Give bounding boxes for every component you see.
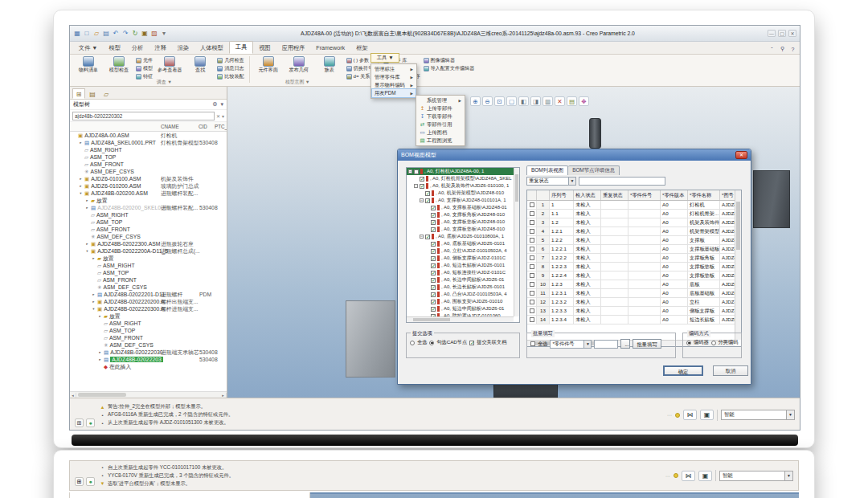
bom-table-row[interactable]: 21.1未检入A0灯检机骨架...AJDZ4 xyxy=(527,210,735,218)
tree-settings-icon[interactable]: ⚙ xyxy=(212,101,217,108)
tree-node[interactable]: ▱ASM_RIGHT xyxy=(70,320,227,327)
spin-center-icon[interactable]: ✥ xyxy=(579,96,589,106)
bom-tree-node[interactable]: , A0, 支撑板角板\AJDZ48-010 xyxy=(407,211,514,218)
bom-tree-node[interactable]: , A0, 支撑板垫板\AJDZ48-010 xyxy=(407,218,514,226)
ribbon-button-参考查看器[interactable]: 参考查看器 xyxy=(156,56,183,73)
tree-node[interactable]: ▸▣AJDZ6-010200.ASM玻璃防护门总成 xyxy=(70,182,227,190)
ribbon-button-特征[interactable]: 特征 xyxy=(136,73,153,80)
bom-tree-v-scrollbar[interactable] xyxy=(514,168,519,316)
layer-tree-tab-icon[interactable]: ▤ xyxy=(86,88,99,99)
bom-tree-node[interactable]: , A0, 支撑板垫板\AJDZ48-010 xyxy=(407,226,514,233)
save-icon[interactable]: ▤ xyxy=(102,30,110,38)
bom-node-checkbox[interactable] xyxy=(431,242,436,247)
tree-node[interactable]: ✳ASM_DEF_CSYS xyxy=(70,341,227,349)
bom-table-row[interactable]: 61.2.2.1未检入A0支撑板基础板AJDZ4 xyxy=(527,245,735,254)
tab-0[interactable]: 文件 ▼ xyxy=(73,43,104,54)
tab-9[interactable]: Framework xyxy=(310,43,350,54)
ribbon-button-( ) 参数[interactable]: ( ) 参数 xyxy=(346,57,373,64)
tree-node[interactable]: ▱ASM_RIGHT xyxy=(70,262,227,269)
table-v-scrollbar[interactable] xyxy=(735,190,741,340)
row-checkbox[interactable] xyxy=(530,291,534,296)
bom-node-checkbox[interactable] xyxy=(431,263,436,268)
bom-table-row[interactable]: 51.2.2未检入A0支撑板AJDZ4 xyxy=(527,236,735,245)
cancel-button[interactable]: 取消 xyxy=(713,365,748,376)
tree-node[interactable]: ▱ASM_FRONT xyxy=(70,276,227,284)
duplicate-status-dropdown[interactable]: 重复状态 ▼ xyxy=(526,177,576,186)
scroll-right-icon[interactable]: ▸ xyxy=(220,393,227,398)
undo-icon[interactable]: ↶ xyxy=(112,30,120,38)
model-tree-toggle-icon[interactable]: ⊞ xyxy=(75,477,84,486)
bom-table-row[interactable]: 11未检入A0灯检机AJDZ4 xyxy=(527,201,735,210)
row-checkbox[interactable] xyxy=(530,273,534,278)
minimize-icon[interactable]: — xyxy=(768,30,776,37)
bom-tree-node[interactable]: , A0, 短边中间贴板\AJDZ6-01 xyxy=(407,305,514,312)
selection-filter-dropdown[interactable]: 智能 ▼ xyxy=(719,471,793,481)
select-box-button[interactable]: ▣ xyxy=(700,410,714,420)
ribbon-button-元件[interactable]: 元件 xyxy=(136,57,153,64)
select-working-directory-icon[interactable]: ▦ xyxy=(73,30,81,38)
row-checkbox[interactable] xyxy=(530,229,534,234)
bom-node-checkbox[interactable] xyxy=(425,235,430,239)
radio-select-all[interactable] xyxy=(410,341,415,345)
menu-item-用友PDM[interactable]: 用友PDM▶ xyxy=(372,89,416,97)
collapse-icon[interactable]: − xyxy=(408,169,412,173)
bom-node-checkbox[interactable] xyxy=(431,206,436,210)
row-checkbox[interactable] xyxy=(530,211,534,216)
help-icon[interactable]: ? xyxy=(789,47,796,52)
annotation-display-icon[interactable]: ▤ xyxy=(567,96,577,106)
new-icon[interactable]: □ xyxy=(83,30,91,38)
tree-node[interactable]: ▸▤AJDZ48B-02022203530408 xyxy=(70,356,227,363)
minimize-ribbon-icon[interactable]: ˆ xyxy=(768,47,776,52)
window-icon[interactable]: ▣ xyxy=(141,30,149,38)
view-manager-icon[interactable]: ▥ xyxy=(542,96,553,106)
model-tree-tab-icon[interactable]: ⊞ xyxy=(72,88,85,99)
search-options-icon[interactable]: ▾ xyxy=(222,113,224,119)
saved-orientations-icon[interactable]: ◨ xyxy=(530,96,541,106)
tree-h-scrollbar[interactable]: ◂ ▸ xyxy=(70,391,227,398)
batch-value-input[interactable] xyxy=(594,340,618,349)
bom-node-checkbox[interactable] xyxy=(431,220,436,225)
column-header[interactable]: 重复状态 xyxy=(601,190,628,200)
tree-node[interactable]: ▣AJDZ48A-00.ASM灯检机 xyxy=(70,132,227,139)
submenu-item-零部件引用[interactable]: ⇄零部件引用 xyxy=(417,120,464,129)
tree-search-input[interactable] xyxy=(72,112,215,120)
bom-tree-node[interactable]: −, A0, 机架及装饰件\AJDZ6-010100, 1 xyxy=(407,182,514,190)
ribbon-button-切换符号[interactable]: 切换符号 xyxy=(346,65,373,72)
radio-classified-coding[interactable] xyxy=(711,341,716,345)
ribbon-button-元件界面[interactable]: 元件界面 xyxy=(255,56,282,73)
tab-bom-list-view[interactable]: BOM列表视图 xyxy=(526,165,568,175)
collapse-icon[interactable]: − xyxy=(420,198,424,202)
expander-icon[interactable]: ▸ xyxy=(79,177,83,181)
row-checkbox[interactable] xyxy=(530,317,534,322)
row-checkbox[interactable] xyxy=(530,255,534,260)
group-label[interactable]: 调查 ▼ xyxy=(157,79,172,86)
submenu-item-上传零部件[interactable]: ↥上传零部件 xyxy=(417,104,464,112)
row-checkbox[interactable] xyxy=(530,247,534,251)
bom-tree-node[interactable]: , A0, 短边长贴板\AJDZ6-0101 xyxy=(407,262,514,269)
tree-node[interactable]: ▾▣AJDZ48B-020200.ASM进瓶螺杆装配... xyxy=(70,190,227,197)
ribbon-button-d= 关系[interactable]: d= 关系 xyxy=(346,73,373,80)
bom-node-checkbox[interactable] xyxy=(420,184,424,189)
bom-tree-node[interactable]: , A0, 支撑板基础板\AJDZ48-01 xyxy=(407,204,514,211)
bom-tree-node[interactable]: −, A0, 灯检机\AJDZ48A-00, 1 xyxy=(407,168,514,175)
expander-icon[interactable]: ▸ xyxy=(98,357,102,361)
bom-node-checkbox[interactable] xyxy=(431,256,436,261)
redo-icon[interactable]: ↷ xyxy=(121,30,129,38)
bom-node-checkbox[interactable] xyxy=(431,292,436,297)
submenu-item-下载零部件[interactable]: ↧下载零部件 xyxy=(417,112,464,120)
bom-node-checkbox[interactable] xyxy=(431,285,436,290)
tree-node[interactable]: ▸▣AJDZ6-010100.ASM机架及装饰件 xyxy=(70,175,227,182)
expander-icon[interactable]: ▾ xyxy=(92,307,96,311)
ribbon-button-族表[interactable]: 族表 xyxy=(316,56,343,73)
bom-filter-input[interactable] xyxy=(579,177,665,186)
bom-node-checkbox[interactable] xyxy=(431,227,436,232)
bom-table-row[interactable]: 81.2.2.3未检入A0支撑板垫板AJDZ4 xyxy=(527,263,735,271)
row-checkbox[interactable] xyxy=(530,300,534,304)
tree-node[interactable]: ▸▣AJDZ48B-02022300.ASM进瓶拨轮右座 xyxy=(70,240,227,247)
ribbon-button-模型检查[interactable]: 模型检查 xyxy=(105,56,133,73)
expander-icon[interactable]: ▸ xyxy=(92,300,96,304)
display-style-icon[interactable]: ◧ xyxy=(518,96,529,106)
repaint-icon[interactable]: ▢ xyxy=(506,96,517,106)
menu-item-管理标注[interactable]: 管理标注▶ xyxy=(372,65,416,73)
tab-8[interactable]: 应用程序 xyxy=(276,43,311,54)
